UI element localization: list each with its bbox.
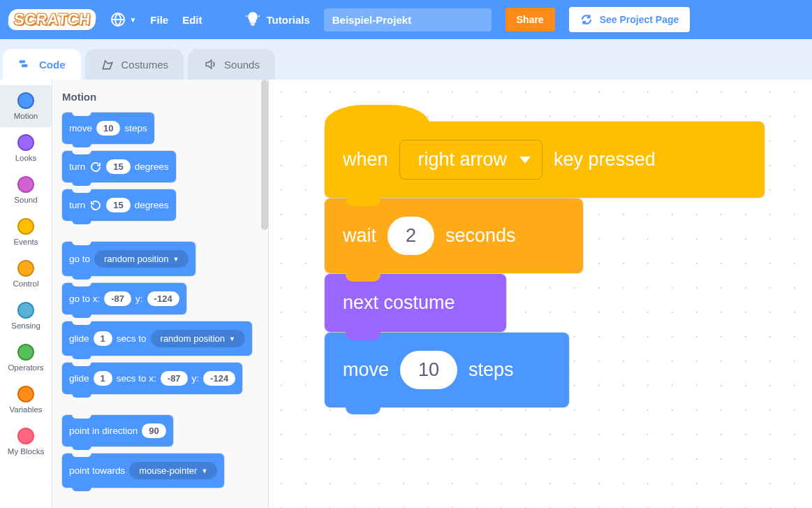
block-turn-cw[interactable]: turn 15 degrees (62, 151, 176, 182)
script-canvas[interactable]: when right arrow key pressed wait 2 seco… (269, 80, 812, 508)
block-when-key-pressed[interactable]: when right arrow key pressed (325, 122, 765, 198)
block-goto-xy[interactable]: go to x: -87 y: -124 (62, 283, 186, 314)
svg-rect-1 (20, 60, 25, 63)
block-goto-random[interactable]: go to random position▼ (62, 242, 195, 276)
refresh-icon (580, 13, 593, 26)
svg-rect-2 (22, 64, 27, 67)
language-selector[interactable]: ▼ (110, 11, 136, 28)
block-glide-random[interactable]: glide 1 secs to random position▼ (62, 321, 252, 356)
category-sensing[interactable]: Sensing (0, 295, 52, 337)
block-point-direction[interactable]: point in direction 90 (62, 415, 173, 447)
chevron-down-icon: ▼ (129, 16, 136, 24)
tab-sounds[interactable]: Sounds (188, 49, 275, 80)
block-palette[interactable]: Motion move 10 steps turn 15 degrees tur… (52, 80, 269, 508)
goto-x-input[interactable]: -87 (104, 291, 131, 306)
globe-icon (110, 11, 126, 28)
category-events[interactable]: Events (0, 211, 52, 253)
category-sound[interactable]: Sound (0, 169, 52, 211)
palette-heading: Motion (62, 91, 261, 103)
file-menu[interactable]: File (150, 14, 168, 26)
top-menu-bar: SCRATCH ▼ File Edit Tutorials Share See … (0, 0, 812, 39)
see-project-page-button[interactable]: See Project Page (569, 7, 691, 32)
rotate-cw-icon (89, 161, 102, 173)
glide-y-input[interactable]: -124 (203, 371, 235, 386)
block-move-steps-big[interactable]: move 10 steps (325, 333, 569, 407)
chevron-down-icon: ▼ (201, 467, 207, 474)
hat-cap (325, 105, 429, 124)
block-turn-ccw[interactable]: turn 15 degrees (62, 189, 176, 221)
move-steps-big-input[interactable]: 10 (400, 351, 457, 389)
lightbulb-icon (244, 11, 261, 28)
tab-code[interactable]: Code (3, 49, 81, 80)
category-variables[interactable]: Variables (0, 379, 52, 421)
category-myblocks[interactable]: My Blocks (0, 421, 52, 463)
block-category-list: Motion Looks Sound Events Control Sensin… (0, 80, 52, 508)
goto-target-dropdown[interactable]: random position▼ (94, 250, 189, 268)
glide-secs-input[interactable]: 1 (94, 331, 112, 346)
rotate-ccw-icon (89, 199, 102, 212)
point-dir-input[interactable]: 90 (142, 423, 165, 438)
turn-ccw-input[interactable]: 15 (106, 198, 130, 212)
glide-x-input[interactable]: -87 (161, 371, 188, 386)
goto-y-input[interactable]: -124 (147, 291, 179, 306)
glide-target-dropdown[interactable]: random position▼ (151, 330, 245, 347)
tutorials-button[interactable]: Tutorials (244, 11, 310, 28)
project-title-input[interactable] (324, 8, 492, 31)
block-glide-xy[interactable]: glide 1 secs to x: -87 y: -124 (62, 363, 242, 394)
category-operators[interactable]: Operators (0, 337, 52, 379)
turn-cw-input[interactable]: 15 (106, 159, 130, 174)
script-stack[interactable]: when right arrow key pressed wait 2 seco… (325, 122, 765, 408)
palette-scrollbar[interactable] (261, 80, 268, 230)
share-button[interactable]: Share (505, 8, 555, 31)
block-move-steps[interactable]: move 10 steps (62, 113, 154, 144)
category-looks[interactable]: Looks (0, 127, 52, 169)
sounds-icon (203, 57, 217, 71)
chevron-down-icon: ▼ (173, 256, 179, 263)
wait-seconds-input[interactable]: 2 (387, 217, 434, 255)
costumes-icon (101, 57, 115, 71)
chevron-down-icon: ▼ (229, 335, 235, 342)
category-control[interactable]: Control (0, 253, 52, 295)
edit-menu[interactable]: Edit (182, 14, 202, 26)
block-wait-seconds[interactable]: wait 2 seconds (325, 198, 583, 273)
category-motion[interactable]: Motion (0, 85, 52, 127)
code-icon (18, 57, 32, 71)
point-towards-dropdown[interactable]: mouse-pointer▼ (129, 462, 217, 479)
workspace: Motion Looks Sound Events Control Sensin… (0, 80, 812, 508)
scratch-logo[interactable]: SCRATCH (8, 9, 97, 30)
chevron-down-icon (519, 157, 531, 164)
tab-costumes[interactable]: Costumes (85, 49, 184, 80)
move-steps-input[interactable]: 10 (96, 121, 120, 136)
key-dropdown[interactable]: right arrow (399, 140, 543, 180)
block-point-towards[interactable]: point towards mouse-pointer▼ (62, 453, 224, 488)
block-next-costume[interactable]: next costume (325, 274, 506, 332)
glide2-secs-input[interactable]: 1 (94, 371, 112, 386)
editor-tabs: Code Costumes Sounds (0, 39, 812, 80)
